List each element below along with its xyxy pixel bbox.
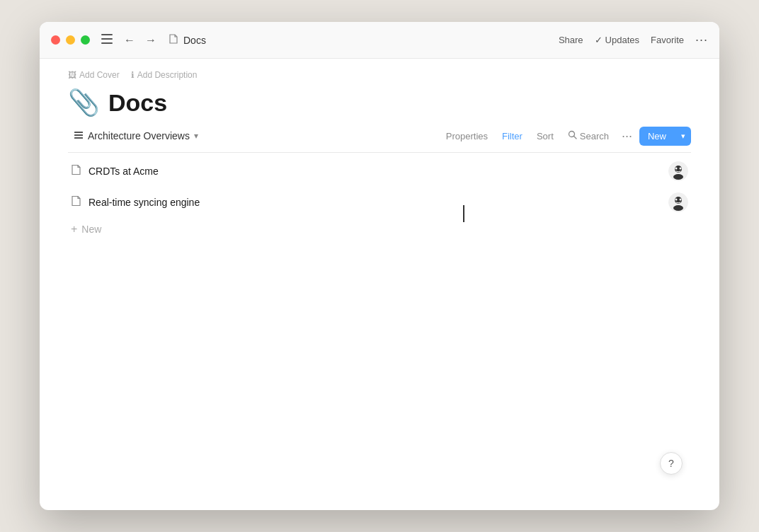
properties-label: Properties [446,131,488,141]
maximize-button[interactable] [81,35,90,45]
doc-title-icon [168,33,179,47]
sort-label: Sort [537,131,554,141]
database-toolbar: Architecture Overviews ▾ Properties Filt… [68,120,691,153]
titlebar-title: Docs [183,35,559,46]
doc-item-name: Real-time syncing engine [89,197,668,208]
doc-header-actions: 🖼 Add Cover ℹ Add Description [68,70,691,80]
svg-point-15 [673,205,683,211]
menu-icon[interactable] [101,34,113,47]
back-button[interactable]: ← [121,33,138,48]
svg-point-11 [675,167,678,169]
doc-file-icon [71,164,81,178]
svg-point-17 [680,198,682,200]
new-button-label: New [639,127,675,146]
updates-label: Updates [605,35,639,45]
document-list: CRDTs at Acme [68,156,691,241]
new-row-label: New [81,224,101,235]
svg-point-16 [675,198,678,200]
avatar [668,161,688,181]
help-label: ? [668,458,674,469]
share-label: Share [559,35,583,45]
view-name: Architecture Overviews [88,130,190,141]
titlebar-nav: ← → [121,33,159,48]
main-window: ← → Docs Share ✓ Updates Favori [40,22,719,510]
check-icon: ✓ [595,35,603,45]
doc-emoji: 📎 [68,90,100,115]
svg-line-7 [573,137,576,139]
titlebar: ← → Docs Share ✓ Updates Favori [40,22,719,59]
list-item[interactable]: Real-time syncing engine [68,187,691,218]
new-row-button[interactable]: + New [68,218,691,241]
traffic-lights [51,35,90,45]
titlebar-actions: Share ✓ Updates Favorite ··· [559,33,708,47]
minimize-button[interactable] [66,35,75,45]
search-button[interactable]: Search [562,127,615,144]
forward-button[interactable]: → [142,33,159,48]
help-button[interactable]: ? [660,452,683,475]
db-more-options[interactable]: ··· [617,126,637,146]
close-button[interactable] [51,35,60,45]
image-icon: 🖼 [68,70,76,80]
view-selector[interactable]: Architecture Overviews ▾ [68,127,204,145]
list-view-icon [74,130,84,142]
svg-rect-1 [101,38,113,40]
doc-item-name: CRDTs at Acme [89,166,668,177]
favorite-button[interactable]: Favorite [651,35,684,45]
search-icon [568,130,577,141]
doc-title-row: 📎 Docs [68,88,691,117]
filter-label: Filter [502,131,523,141]
doc-title[interactable]: Docs [108,88,167,117]
content-area: 🖼 Add Cover ℹ Add Description 📎 Docs [40,59,719,510]
more-options-button[interactable]: ··· [695,33,708,47]
add-description-label: Add Description [137,70,198,80]
list-item[interactable]: CRDTs at Acme [68,156,691,187]
doc-file-icon [71,195,81,209]
add-cover-button[interactable]: 🖼 Add Cover [68,70,120,80]
svg-rect-3 [74,132,83,133]
db-toolbar-right: Properties Filter Sort [440,126,691,146]
add-description-button[interactable]: ℹ Add Description [131,70,198,80]
new-record-button[interactable]: New ▾ [639,127,691,146]
share-button[interactable]: Share [559,35,583,45]
svg-point-12 [680,167,682,169]
text-cursor [463,205,464,222]
search-label: Search [580,131,609,141]
svg-rect-4 [74,134,83,136]
filter-button[interactable]: Filter [496,128,528,144]
favorite-label: Favorite [651,35,684,45]
info-icon: ℹ [131,70,135,80]
new-btn-chevron-icon: ▾ [675,127,691,145]
plus-icon: + [71,224,77,235]
avatar [668,192,688,212]
svg-point-10 [673,174,683,180]
updates-button[interactable]: ✓ Updates [595,35,639,45]
svg-rect-5 [74,137,83,139]
view-chevron-icon: ▾ [194,131,198,141]
add-cover-label: Add Cover [79,70,120,80]
svg-rect-0 [101,34,113,35]
svg-rect-2 [101,42,113,44]
sort-button[interactable]: Sort [531,128,559,144]
properties-button[interactable]: Properties [440,128,493,144]
